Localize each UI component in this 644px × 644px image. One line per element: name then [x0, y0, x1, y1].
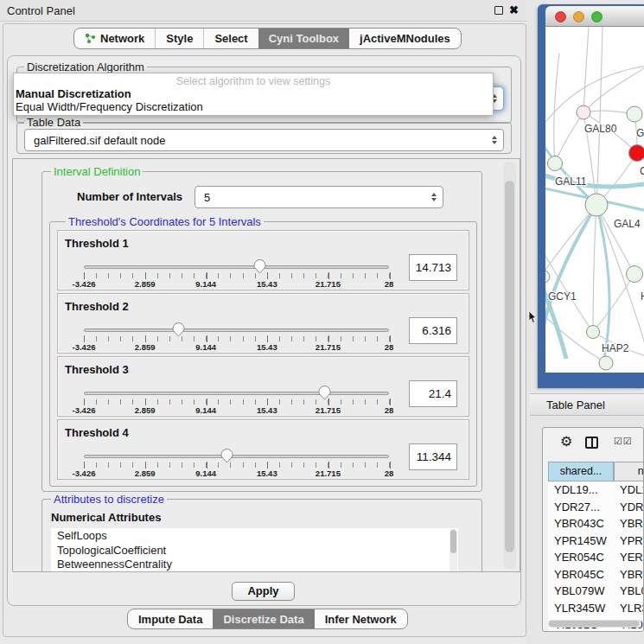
network-edge[interactable]: [583, 27, 589, 112]
spinner-arrows-icon[interactable]: [431, 193, 437, 201]
tab-discretize-data[interactable]: Discretize Data: [213, 609, 314, 628]
tab-select[interactable]: Select: [203, 29, 258, 48]
threshold-value-field[interactable]: 14.713: [409, 254, 457, 281]
dropdown-item[interactable]: Equal Width/Frequency Discretization: [14, 100, 493, 113]
close-icon[interactable]: ✖: [509, 3, 519, 16]
network-edge[interactable]: [596, 27, 603, 205]
tab-cyni-toolbox[interactable]: Cyni Toolbox: [258, 29, 349, 48]
table-cell[interactable]: YDL19...: [548, 481, 614, 499]
table-cell[interactable]: YBR045C: [548, 566, 614, 583]
table-cell[interactable]: YLR345W: [548, 600, 614, 617]
settings-scrollbar-thumb[interactable]: [505, 181, 514, 552]
table-row[interactable]: YER054CYER0: [548, 549, 644, 566]
network-view-window[interactable]: GAL80GAGAL11CGAL4GCY1HHAP2: [538, 4, 644, 388]
network-edge[interactable]: [596, 205, 634, 274]
combo-arrows-icon[interactable]: [492, 136, 497, 144]
number-of-intervals-spinner[interactable]: 5: [194, 186, 443, 208]
scrollbar-thumb[interactable]: [549, 621, 639, 627]
table-cell[interactable]: YPR1: [614, 532, 644, 550]
network-window-titlebar[interactable]: [545, 6, 644, 27]
network-node[interactable]: [627, 106, 642, 122]
network-edge[interactable]: [555, 112, 583, 163]
table-cell[interactable]: YDL1: [614, 481, 644, 499]
table-row[interactable]: YPR145WYPR1: [548, 532, 644, 550]
attributes-list-scrollbar[interactable]: [450, 529, 457, 572]
tick-label: -3.426: [73, 279, 96, 289]
scrollbar-thumb[interactable]: [450, 530, 456, 553]
dropdown-item[interactable]: Manual Discretization: [14, 87, 493, 100]
threshold-value-field[interactable]: 21.4: [409, 380, 457, 407]
tick-label: 15.43: [257, 405, 277, 415]
network-node[interactable]: [627, 266, 643, 283]
table-cell[interactable]: YER0: [614, 549, 644, 566]
network-edge-highlighted[interactable]: [545, 205, 596, 325]
network-edge[interactable]: [593, 274, 634, 332]
table-cell[interactable]: YBR0: [614, 566, 644, 583]
network-node[interactable]: [548, 156, 563, 171]
table-cell[interactable]: YLR3: [614, 600, 644, 617]
gear-icon[interactable]: ⚙: [560, 433, 572, 450]
tab-style[interactable]: Style: [155, 29, 203, 48]
table-cell[interactable]: YER054C: [548, 549, 614, 566]
tick-label: -3.426: [73, 342, 96, 352]
table-row[interactable]: YDR27...YDR2: [548, 499, 644, 516]
table-horizontal-scrollbar[interactable]: [548, 620, 641, 628]
checkbox-pair-icon[interactable]: ☑☑: [614, 436, 633, 447]
table-row[interactable]: YDL19...YDL1: [548, 481, 644, 499]
network-node[interactable]: [585, 194, 608, 216]
threshold-slider-thumb[interactable]: [220, 448, 233, 463]
table-cell[interactable]: YPR145W: [548, 532, 614, 550]
threshold-slider-thumb[interactable]: [253, 258, 266, 274]
table-cell[interactable]: YBR0: [614, 515, 644, 532]
tab-network[interactable]: Network: [74, 29, 155, 48]
table-cell[interactable]: YDR2: [614, 499, 644, 516]
table-cell[interactable]: YBL079W: [548, 583, 614, 600]
threshold-slider-track[interactable]: [84, 328, 389, 332]
tab-label: Impute Data: [138, 613, 202, 626]
attribute-item[interactable]: BetweennessCentrality: [51, 557, 458, 571]
network-edge[interactable]: [593, 205, 596, 332]
table-row[interactable]: YBL079WYBL0: [548, 583, 644, 600]
major-tick: [267, 272, 268, 279]
tab-infer-network[interactable]: Infer Network: [315, 609, 407, 628]
close-traffic-light[interactable]: [555, 11, 566, 22]
network-node[interactable]: [587, 326, 600, 339]
threshold-slider-track[interactable]: [84, 265, 389, 269]
table-cell[interactable]: YBL0: [614, 583, 644, 600]
major-tick: [207, 462, 207, 469]
minimize-traffic-light[interactable]: [573, 11, 584, 22]
apply-button[interactable]: Apply: [232, 582, 295, 601]
network-canvas[interactable]: GAL80GAGAL11CGAL4GCY1HHAP2: [545, 27, 644, 373]
attribute-item[interactable]: TopologicalCoefficient: [51, 543, 458, 558]
table-row[interactable]: YBR043CYBR0: [548, 515, 644, 532]
node-label: H: [641, 290, 644, 303]
threshold-value-field[interactable]: 11.344: [409, 443, 457, 470]
attribute-item[interactable]: SelfLoops: [51, 528, 458, 543]
threshold-slider-thumb[interactable]: [172, 322, 185, 337]
table-row[interactable]: YLR345WYLR3: [548, 600, 644, 617]
threshold-slider-track[interactable]: [84, 455, 389, 458]
tab-impute-data[interactable]: Impute Data: [128, 609, 213, 628]
node-label: GAL11: [555, 175, 587, 188]
network-graph[interactable]: GAL80GAGAL11CGAL4GCY1HHAP2: [545, 27, 644, 373]
table-data-combobox[interactable]: galFiltered.sif default node: [24, 129, 504, 151]
tick-label: 21.715: [316, 279, 341, 289]
network-node[interactable]: [599, 356, 613, 370]
settings-scrollbar[interactable]: [503, 162, 516, 569]
table-cell[interactable]: YDR27...: [548, 499, 614, 516]
network-edge[interactable]: [583, 61, 644, 112]
network-node[interactable]: [629, 145, 644, 162]
threshold-slider-track[interactable]: [84, 392, 389, 395]
column-header[interactable]: na...: [614, 462, 644, 481]
tab-jactivemnodules[interactable]: jActiveMNodules: [349, 29, 461, 48]
numerical-attributes-list[interactable]: SelfLoopsTopologicalCoefficientBetweenne…: [51, 528, 458, 572]
column-header[interactable]: shared...: [548, 462, 614, 481]
threshold-value-field[interactable]: 6.316: [409, 317, 457, 344]
table-row[interactable]: YBR045CYBR0: [548, 566, 644, 583]
split-columns-icon[interactable]: [585, 437, 598, 449]
float-window-icon[interactable]: [494, 6, 503, 15]
network-node[interactable]: [545, 271, 550, 283]
network-node[interactable]: [577, 105, 590, 119]
zoom-traffic-light[interactable]: [591, 11, 603, 22]
table-cell[interactable]: YBR043C: [548, 515, 614, 532]
